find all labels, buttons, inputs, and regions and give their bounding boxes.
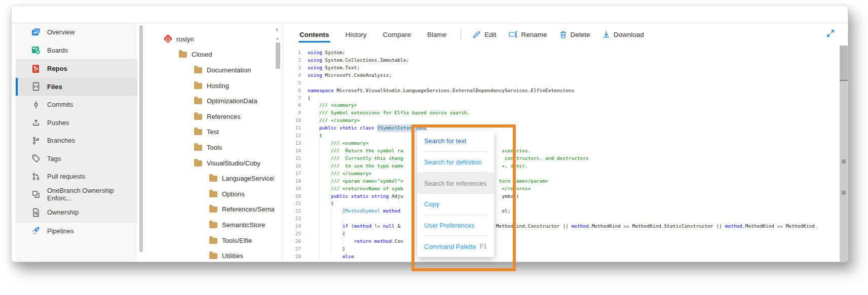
line-number[interactable]: 13 bbox=[283, 140, 301, 147]
line-number[interactable]: 9 bbox=[283, 109, 301, 117]
collapse-tree-icon[interactable]: ‹ bbox=[276, 25, 278, 33]
line-number[interactable]: 27 bbox=[283, 245, 301, 253]
fullscreen-icon[interactable] bbox=[826, 29, 835, 39]
line-number[interactable]: 8 bbox=[283, 102, 301, 109]
download-button[interactable]: Download bbox=[602, 30, 644, 38]
editor-scrollbar[interactable] bbox=[840, 46, 848, 262]
line-number[interactable]: 17 bbox=[283, 170, 301, 178]
tree-item-label: LanguageServiceResultPro... bbox=[222, 175, 274, 182]
line-number[interactable]: 28 bbox=[283, 253, 301, 261]
editor-scrollbar-thumb[interactable] bbox=[840, 46, 848, 81]
tree-item-folder[interactable]: OptimizationData bbox=[143, 93, 274, 109]
line-number[interactable]: 14 bbox=[283, 147, 301, 155]
tree-item-label: VisualStudio/Coby bbox=[207, 159, 260, 167]
line-number[interactable]: 6 bbox=[283, 87, 301, 95]
tree-item-label: Options bbox=[222, 190, 245, 198]
sidebar-item-pipelines[interactable]: Pipelines bbox=[16, 222, 137, 240]
tab-history[interactable]: History bbox=[345, 25, 368, 45]
context-menu-item-search-for-definition[interactable]: Search for definition bbox=[417, 152, 494, 173]
line-number[interactable]: 12 bbox=[283, 132, 301, 140]
code-line: 19 /// <returns>Name of symb </returns> bbox=[283, 185, 837, 193]
line-number[interactable]: 18 bbox=[283, 178, 301, 185]
line-number[interactable]: 16 bbox=[283, 162, 301, 170]
tree-item-folder[interactable]: Tools/Elfie bbox=[143, 233, 274, 248]
code-line: 23 bbox=[283, 215, 837, 223]
tree-item-folder[interactable]: Tools bbox=[143, 140, 274, 155]
sidebar-item-label: OneBranch Ownership Enforc... bbox=[47, 187, 137, 202]
tree-item-folder[interactable]: Documentation bbox=[143, 62, 274, 78]
context-menu-item-user-preferences[interactable]: User Preferences bbox=[417, 215, 494, 236]
pipelines-icon bbox=[31, 226, 41, 236]
line-number[interactable]: 22 bbox=[283, 207, 301, 215]
edit-icon bbox=[472, 30, 481, 39]
tab-contents[interactable]: Contents bbox=[298, 25, 330, 45]
line-number[interactable]: 4 bbox=[283, 72, 301, 79]
code-line: 25 { bbox=[283, 230, 837, 238]
tree-item-folder[interactable]: VisualStudio/Coby bbox=[143, 155, 274, 171]
sidebar-item-commits[interactable]: Commits bbox=[16, 96, 137, 114]
line-number[interactable]: 20 bbox=[283, 193, 301, 200]
sidebar-item-files[interactable]: Files bbox=[16, 78, 137, 96]
folder-icon bbox=[194, 66, 203, 74]
sidebar-item-label: Branches bbox=[47, 137, 75, 144]
rename-button[interactable]: Rename bbox=[509, 30, 547, 38]
sidebar-item-branches[interactable]: Branches bbox=[16, 132, 137, 150]
code-line: 15 /// Currently this chang constructors… bbox=[283, 155, 837, 162]
repos-icon bbox=[31, 64, 41, 74]
code-line: 26 return method.Con bbox=[283, 238, 837, 245]
edit-button[interactable]: Edit bbox=[472, 30, 496, 39]
line-number[interactable]: 7 bbox=[283, 95, 301, 102]
main-panel: ContentsHistoryCompareBlame EditRenameDe… bbox=[283, 23, 848, 262]
tab-blame[interactable]: Blame bbox=[426, 25, 447, 45]
code-line: 22 IMethodSymbol method ol; bbox=[283, 207, 837, 215]
code-line: 27 } bbox=[283, 245, 837, 253]
tree-item-folder[interactable]: SemanticStore bbox=[143, 217, 274, 233]
repo-icon bbox=[164, 35, 172, 43]
tree-item-folder[interactable]: Options bbox=[143, 186, 274, 202]
tree-item-folder[interactable]: References bbox=[143, 109, 274, 124]
line-number[interactable]: 10 bbox=[283, 117, 301, 124]
line-number[interactable]: 11 bbox=[283, 124, 301, 132]
action-label: Delete bbox=[571, 31, 590, 38]
sidebar-item-pull-requests[interactable]: Pull requests bbox=[16, 167, 137, 186]
line-number[interactable]: 25 bbox=[283, 230, 301, 238]
context-menu-item-label: Copy bbox=[424, 200, 439, 208]
delete-button[interactable]: Delete bbox=[559, 30, 590, 39]
tree-item-folder[interactable]: References/SemanticStore... bbox=[143, 202, 274, 218]
line-number[interactable]: 19 bbox=[283, 185, 301, 193]
code-line: 13 /// <summary> bbox=[283, 140, 837, 147]
folder-icon bbox=[209, 205, 218, 213]
tree-scrollbar-thumb[interactable] bbox=[276, 43, 280, 69]
sidebar-item-pushes[interactable]: Pushes bbox=[16, 114, 137, 132]
line-number[interactable]: 15 bbox=[283, 155, 301, 162]
tab-compare[interactable]: Compare bbox=[382, 25, 412, 45]
sidebar-item-overview[interactable]: Overview bbox=[16, 23, 137, 41]
line-number[interactable]: 5 bbox=[283, 79, 301, 87]
sidebar-item-tags[interactable]: Tags bbox=[16, 150, 137, 168]
sidebar-item-ownership[interactable]: Ownership bbox=[16, 203, 137, 222]
sidebar-scrollbar[interactable] bbox=[139, 25, 143, 252]
sidebar-item-repos[interactable]: Repos bbox=[16, 60, 137, 78]
line-number[interactable]: 24 bbox=[283, 223, 301, 230]
tree-item-folder[interactable]: Closed bbox=[143, 47, 274, 63]
line-number[interactable]: 2 bbox=[283, 57, 301, 64]
file-toolbar: ContentsHistoryCompareBlame EditRenameDe… bbox=[283, 23, 848, 46]
tree-item-folder[interactable]: LanguageServiceResultPro... bbox=[143, 171, 274, 186]
context-menu-item-copy[interactable]: Copy bbox=[417, 194, 494, 215]
line-number[interactable]: 23 bbox=[283, 215, 301, 223]
line-number[interactable]: 21 bbox=[283, 200, 301, 207]
tree-item-folder[interactable]: Utilities bbox=[143, 248, 274, 262]
tree-item-folder[interactable]: Hosting bbox=[143, 78, 274, 94]
sidebar-item-boards[interactable]: Boards bbox=[16, 41, 137, 60]
tree-item-repo-root[interactable]: roslyn bbox=[143, 31, 274, 47]
context-menu-item-search-for-references[interactable]: Search for references bbox=[417, 173, 494, 194]
code-editor[interactable]: 1using System;2using System.Collections.… bbox=[283, 46, 837, 262]
line-number[interactable]: 1 bbox=[283, 49, 301, 57]
tree-scrollbar-up-icon[interactable]: ▲ bbox=[276, 36, 279, 40]
line-number[interactable]: 3 bbox=[283, 64, 301, 72]
context-menu-item-search-for-text[interactable]: Search for text bbox=[417, 131, 494, 152]
context-menu-item-command-palette[interactable]: Command PaletteF1 bbox=[417, 236, 494, 257]
line-number[interactable]: 26 bbox=[283, 238, 301, 245]
sidebar-item-onebranch-ownership-enforc[interactable]: OneBranch Ownership Enforc... bbox=[16, 186, 137, 204]
tree-item-folder[interactable]: Test bbox=[143, 124, 274, 140]
